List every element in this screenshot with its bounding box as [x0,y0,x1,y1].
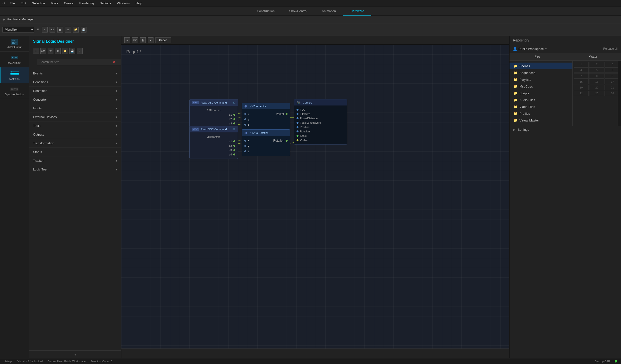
repo-item-scenes[interactable]: 📁 Scenes [510,63,572,69]
sld-folder-btn[interactable]: 📁 [62,48,68,54]
search-clear-icon[interactable]: ✕ [112,60,115,64]
sld-add-btn[interactable]: + [33,48,39,54]
repo-item-videofiles[interactable]: 📁 Video Files [510,103,572,110]
save-button[interactable]: 💾 [81,27,86,32]
camera-scale-port[interactable] [296,135,298,137]
tab-hardware[interactable]: Hardware [343,7,371,16]
category-converter[interactable]: Converter ▾ [29,95,121,104]
tab-animation[interactable]: Animation [314,7,343,16]
camera-position-port[interactable] [296,126,298,128]
menu-create[interactable]: Create [61,0,76,7]
menu-file[interactable]: File [7,0,18,7]
fire-btn[interactable]: Fire [510,53,565,60]
tab-construction[interactable]: Construction [250,7,282,16]
menu-rendering[interactable]: Rendering [76,0,97,7]
repo-item-playlists[interactable]: 📁 Playlists [510,76,572,83]
camera-focusdistance-port[interactable] [296,117,298,119]
menu-edit[interactable]: Edit [18,0,29,7]
canvas-rename-btn[interactable]: abc [132,37,138,43]
menu-settings[interactable]: Settings [97,0,114,7]
xyz-rot-z-in-port[interactable] [244,150,246,152]
sld-save-btn[interactable]: 💾 [69,48,75,54]
tab-showcontrol[interactable]: ShowControl [282,7,314,16]
category-tracker[interactable]: Tracker ▾ [29,157,121,165]
menu-help[interactable]: Help [133,0,145,7]
osc2-q4-port[interactable] [233,154,235,156]
canvas-back-btn[interactable]: ‹ [148,37,154,43]
camera-visible-port[interactable] [296,139,298,141]
canvas-page-tab[interactable]: Page1 [155,37,171,43]
camera-fov-port[interactable] [296,109,298,111]
xyz-vec-z-in-port[interactable] [244,124,246,126]
camera-rotation-port[interactable] [296,130,298,132]
visualizer-select[interactable]: Visualizer [2,27,34,32]
device-logicio[interactable]: Logic I/O [0,67,29,83]
camera-focallength-port[interactable] [296,122,298,124]
osc2-q3-port[interactable] [233,149,235,151]
sld-duplicate-btn[interactable]: ⧉ [55,48,61,54]
fire-water-bar: Fire Water [510,53,621,61]
workspace-name[interactable]: Public Workspace [518,47,544,51]
node-xyz-vector[interactable]: ⊕ XYZ to Vector x Vector y [242,103,290,129]
category-events[interactable]: Events ▾ [29,69,121,78]
canvas-delete-btn[interactable]: 🗑 [140,37,146,43]
rename-button[interactable]: abc [50,27,55,32]
canvas-add-btn[interactable]: + [124,37,130,43]
node-camera[interactable]: 📷 Camera FOV FilmSize FocusDistance [294,99,347,144]
xyz-rot-out-port[interactable] [286,140,288,142]
release-all-btn[interactable]: Release all [603,47,618,50]
sld-back-btn[interactable]: ‹ [77,48,83,54]
category-status[interactable]: Status ▾ [29,148,121,157]
camera-filmsize-port[interactable] [296,113,298,115]
add-button[interactable]: + [42,27,48,32]
menu-tools[interactable]: Tools [48,0,61,7]
repo-item-profiles[interactable]: 📁 Profiles [510,110,572,117]
xyz-vec-x-in-port[interactable] [244,113,246,115]
category-inputs[interactable]: Inputs ▾ [29,104,121,113]
repo-item-msgcues[interactable]: 📁 MsgCues [510,83,572,90]
category-logictest[interactable]: Logic Test ▾ [29,165,121,174]
canvas-grid[interactable]: Page1 \ OSC [121,45,509,348]
osc2-q1-port[interactable] [233,141,235,142]
category-transformation[interactable]: Transformation ▾ [29,139,121,148]
xyz-rot-y-in-port[interactable] [244,145,246,147]
folder-button[interactable]: 📁 [73,27,79,32]
status-indicator-icon [615,360,617,363]
repo-item-sequences[interactable]: 📁 Sequences [510,69,572,76]
osc1-q3-port[interactable] [233,123,235,124]
osc2-q2-port[interactable] [233,145,235,147]
duplicate-button[interactable]: ⧉ [65,27,71,32]
osc1-q1-port[interactable] [233,114,235,116]
delete-button[interactable]: 🗑 [57,27,63,32]
category-tools[interactable]: Tools ▾ [29,122,121,130]
osc2-q1-label: q1 [229,140,232,143]
canvas-area[interactable]: + abc 🗑 ‹ Page1 Page1 \ [121,36,509,358]
menu-selection[interactable]: Selection [29,0,48,7]
device-artnet[interactable]: ARTNET ArtNet Input [0,36,29,52]
repo-scrollbar[interactable] [618,61,621,126]
category-external[interactable]: External Devices ▾ [29,113,121,122]
repo-playlists-label: Playlists [519,78,531,81]
node-xyz-rotation[interactable]: ⊕ XYZ to Rotation x Rotation y [242,129,290,156]
repo-item-virtualmaster[interactable]: 📁 Virtual Master [510,117,572,124]
settings-section[interactable]: ▶ Settings [510,126,621,133]
xyz-vec-y-in-port[interactable] [244,118,246,120]
xyz-vec-out-port[interactable] [286,113,288,115]
category-outputs[interactable]: Outputs ▾ [29,130,121,139]
device-sync[interactable]: SMPTE Synchronization [0,83,29,99]
workspace-dropdown-icon[interactable]: ▾ [545,47,547,50]
category-container[interactable]: Container ▾ [29,87,121,95]
sld-delete-btn[interactable]: 🗑 [48,48,53,54]
menu-windows[interactable]: Windows [114,0,133,7]
xyz-rot-x-in-port[interactable] [244,140,246,142]
osc1-q2-port[interactable] [233,118,235,120]
repo-item-scripts[interactable]: 📁 Scripts [510,90,572,96]
node-osc2[interactable]: OSC Read OSC Command ✉ /d3/camrot q1 q2 [190,126,238,159]
sld-rename-btn[interactable]: abc [40,48,46,54]
category-conditions[interactable]: Conditions ▾ [29,78,121,87]
repo-item-audiofiles[interactable]: 📁 Audio Files [510,96,572,103]
logicio-label: Logic I/O [9,77,20,80]
device-sacn[interactable]: ACN sACN Input [0,52,29,67]
water-btn[interactable]: Water [565,53,621,60]
sld-search-input[interactable] [37,59,121,65]
